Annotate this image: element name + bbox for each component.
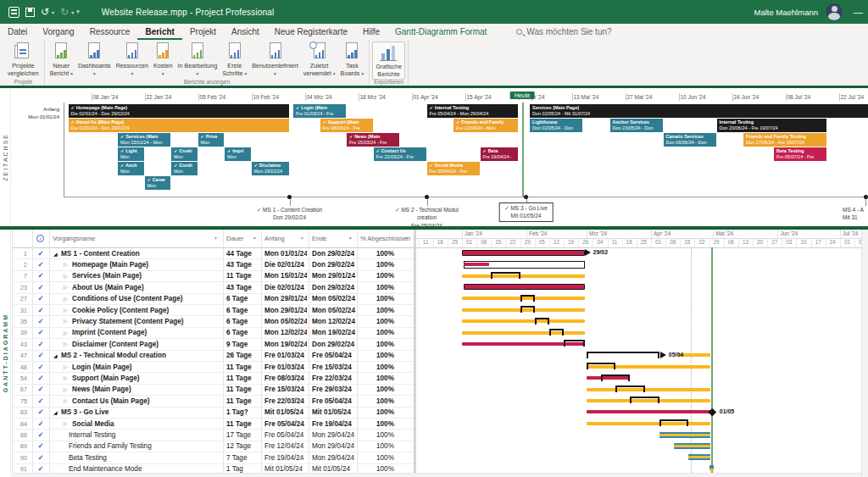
task-row-friends-and-family-testing-start[interactable]: Fre 12/04/24 [264, 442, 307, 450]
task-row-support-main-page-expand-icon[interactable]: ▷ [64, 374, 68, 380]
task-row-support-main-page-end[interactable]: Fre 22/03/24 [312, 374, 356, 382]
task-row-ms-3-go-live-duration[interactable]: 1 Tag? [226, 408, 259, 416]
task-row-disclaimer-content-page-start[interactable]: Mon 19/02/24 [264, 341, 307, 348]
task-row-about-us-main-page-name[interactable]: About Us (Main Page) [72, 284, 220, 291]
gantt-row-support-main-page-summary-bracket[interactable] [601, 374, 630, 381]
task-row-services-main-page-end[interactable]: Mon 29/01/24 [312, 272, 356, 280]
account-name[interactable]: Malte Maehlmann [754, 8, 818, 17]
task-row-disclaimer-content-page-name[interactable]: Disclaimer (Content Page) [72, 341, 220, 348]
gantt-row-services-main-page-bar[interactable] [462, 275, 585, 278]
task-row-ms-2-technical-modul-creation-percent-complete[interactable]: 100% [357, 352, 414, 359]
neuer-bericht-dropdown-icon[interactable]: ▾ [70, 71, 73, 76]
task-row-conditions-of-use-content-page-name[interactable]: Conditions of Use (Content Page) [72, 295, 220, 302]
tab-bericht[interactable]: Bericht [137, 24, 181, 40]
tab-ressource[interactable]: Ressource [82, 24, 138, 40]
column-header-dur-dropdown-icon[interactable]: ▾ [253, 236, 256, 241]
gantt-row-internal-testing-bar[interactable] [659, 432, 710, 438]
task-row-social-media-duration[interactable]: 11 Tage [226, 420, 259, 428]
task-row-imprint-content-page-start[interactable]: Mon 12/02/24 [264, 329, 307, 336]
tab-hilfe[interactable]: Hilfe [355, 24, 387, 40]
timeline-bar-homepage-main-page[interactable]: ✓ Homepage (Main Page)Die 02/01/24 - Don… [69, 104, 289, 118]
redo-caret-icon[interactable]: ▾ [71, 9, 74, 15]
task-row-support-main-page-percent-complete[interactable]: 100% [357, 374, 414, 382]
task-row-ms-1-content-creation-percent-complete[interactable]: 100% [357, 250, 414, 258]
timeline-bar-anch[interactable]: ✓ AnchMon [118, 162, 144, 175]
timeline-bar-priva[interactable]: ✓ PrivaMon [198, 133, 225, 147]
undo-caret-icon[interactable]: ▾ [52, 9, 54, 15]
task-row-disclaimer-content-page-expand-icon[interactable]: ▷ [64, 341, 68, 347]
task-row-support-main-page-name[interactable]: Support (Main Page) [72, 374, 220, 382]
timeline-bar-disclaime[interactable]: ✓ DisclaimeMon 19/02/24 [252, 162, 289, 175]
task-row-privacy-statement-content-page-duration[interactable]: 6 Tage [226, 318, 259, 325]
kosten-button[interactable]: Kosten▾ [151, 42, 175, 78]
gantt-row-login-main-page-summary-bracket[interactable] [587, 363, 615, 369]
task-row-ms-2-technical-modul-creation-duration[interactable]: 26 Tage [226, 352, 259, 359]
column-header-name[interactable]: Vorgangsname [53, 230, 95, 247]
task-row-about-us-main-page-start[interactable]: Die 02/01/24 [264, 284, 307, 291]
task-row-login-main-page-duration[interactable]: 11 Tage [226, 363, 259, 371]
task-row-conditions-of-use-content-page-expand-icon[interactable]: ▷ [64, 296, 68, 302]
task-row-services-main-page-start[interactable]: Mon 15/01/24 [264, 272, 307, 280]
task-row-services-main-page-name[interactable]: Services (Main Page) [72, 272, 220, 280]
timeline-bar-internal-testing[interactable]: Internal TestingDon 20/06/24 - Fre 19/07… [717, 119, 827, 132]
task-boards-button[interactable]: TaskBoards ▾ [338, 42, 367, 78]
task-row-services-main-page-duration[interactable]: 11 Tage [226, 272, 259, 280]
app-icon[interactable] [8, 7, 19, 18]
task-row-ms-3-go-live-collapse-icon[interactable]: ◢ [53, 409, 58, 415]
task-row-contact-us-main-page-name[interactable]: Contact Us (Main Page) [72, 397, 220, 405]
timeline-bar-canaris-services[interactable]: Canaris ServicesDon 06/06/24 - Don [664, 133, 716, 147]
task-row-cookie-policy-content-page-end[interactable]: Mon 05/02/24 [312, 307, 356, 314]
gantt-row-imprint-content-page-bar[interactable] [462, 331, 585, 335]
save-icon[interactable] [25, 8, 35, 17]
task-row-ms-2-technical-modul-creation-collapse-icon[interactable]: ◢ [53, 352, 58, 358]
gantt-row-disclaimer-content-page-summary-bracket[interactable] [564, 340, 585, 347]
gantt-row-conditions-of-use-content-page-summary-bracket[interactable] [520, 295, 535, 302]
vertical-scrollbar[interactable] [861, 230, 868, 477]
task-row-beta-testing-start[interactable]: Fre 19/04/24 [264, 454, 307, 462]
gantt-row-friends-and-family-testing-bar[interactable] [674, 443, 710, 449]
column-header-pct[interactable]: % Abgeschlossen [360, 230, 410, 247]
column-header-end[interactable]: Ende [312, 230, 327, 247]
task-row-imprint-content-page-percent-complete[interactable]: 100% [357, 329, 414, 336]
benutzerdefiniert-button[interactable]: Benutzerdefiniert▾ [249, 42, 300, 78]
task-row-imprint-content-page-duration[interactable]: 6 Tage [226, 329, 259, 336]
task-row-login-main-page-start[interactable]: Fre 01/03/24 [264, 363, 307, 371]
task-row-privacy-statement-content-page-start[interactable]: Mon 05/02/24 [264, 318, 307, 325]
task-row-friends-and-family-testing-end[interactable]: Mon 29/04/24 [312, 442, 356, 450]
task-row-beta-testing-name[interactable]: Beta Testing [69, 454, 220, 462]
task-row-about-us-main-page-duration[interactable]: 43 Tage [226, 284, 259, 291]
task-row-about-us-main-page-expand-icon[interactable]: ▷ [64, 284, 68, 290]
minimize-button[interactable]: — [854, 7, 863, 17]
task-row-beta-testing-duration[interactable]: 7 Tage [226, 454, 259, 462]
task-row-end-maintenance-mode-end[interactable]: Mit 01/05/24 [312, 465, 356, 473]
timeline-bar-services-main-page[interactable]: Services (Main Page)Don 02/05/24 - Mit 3… [530, 104, 868, 118]
gantt-row-contact-us-main-page-summary-bracket[interactable] [630, 397, 659, 403]
task-row-homepage-main-page-name[interactable]: Homepage (Main Page) [72, 261, 220, 269]
timeline-bar-contact-us[interactable]: ✓ Contact UsFre 22/03/24 - Fre [374, 147, 426, 161]
timeline-bar-friends-and-family[interactable]: ✓ Friends and FamilyFre 12/04/24 - Mon [453, 119, 518, 132]
timeline-bar-impri[interactable]: ✓ ImpriMon [225, 147, 251, 161]
task-row-beta-testing-end[interactable]: Mon 29/04/24 [312, 454, 356, 462]
timeline-bar-internal-testing[interactable]: ✓ Internal TestingFre 05/04/24 - Mon 29/… [427, 104, 518, 118]
dashboards-dropdown-icon[interactable]: ▾ [93, 71, 96, 76]
kosten-dropdown-icon[interactable]: ▾ [162, 71, 164, 76]
task-row-conditions-of-use-content-page-percent-complete[interactable]: 100% [357, 295, 414, 302]
timeline-bar-beta-testing[interactable]: Beta TestingFre 05/07/24 - Fre [774, 147, 826, 161]
timeline-bar-support-main[interactable]: ✓ Support (MainFre 08/03/24 - Fre [320, 119, 373, 132]
task-row-ms-1-content-creation-collapse-icon[interactable]: ◢ [53, 251, 58, 257]
column-header-start-dropdown-icon[interactable]: ▾ [301, 236, 303, 241]
horizontal-scrollbar[interactable] [12, 473, 861, 477]
benutzerdefiniert-dropdown-icon[interactable]: ▾ [274, 71, 276, 76]
task-row-contact-us-main-page-percent-complete[interactable]: 100% [357, 397, 414, 405]
gantt-row-ms-3-go-live-milestone-icon[interactable] [708, 408, 715, 416]
task-row-ms-2-technical-modul-creation-end[interactable]: Fre 05/04/24 [312, 352, 356, 359]
timeline-bar-lighthouse[interactable]: LighthouseDon 02/05/24 - Don [530, 119, 582, 132]
tab-projekt[interactable]: Projekt [182, 24, 224, 40]
task-row-cookie-policy-content-page-duration[interactable]: 6 Tage [226, 307, 259, 314]
task-row-login-main-page-name[interactable]: Login (Main Page) [72, 363, 220, 371]
task-row-cookie-policy-content-page-name[interactable]: Cookie Policy (Content Page) [72, 307, 220, 314]
task-row-ms-3-go-live-name[interactable]: MS 3 - Go Live [61, 408, 220, 416]
milestone-label-ms-4-a[interactable]: MS 4 - AMit 31 [843, 206, 864, 222]
dashboards-button[interactable]: Dashboards▾ [75, 42, 114, 78]
task-row-social-media-start[interactable]: Fre 05/04/24 [264, 420, 307, 428]
